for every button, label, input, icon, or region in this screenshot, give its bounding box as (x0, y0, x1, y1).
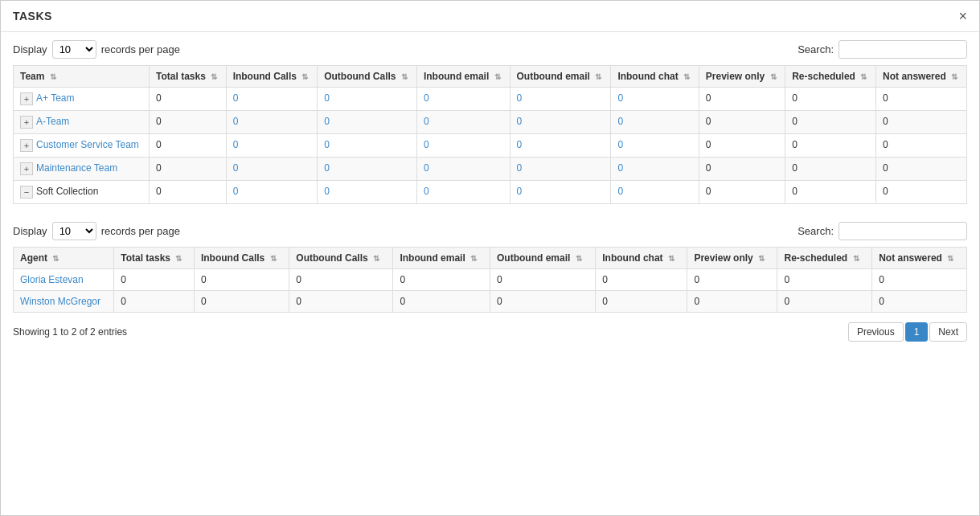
val-link-outbound_calls[interactable]: 0 (324, 92, 330, 104)
val-link-outbound_email[interactable]: 0 (517, 92, 523, 104)
bottom-search-input[interactable] (839, 222, 967, 240)
top-team-cell: +Customer Service Team (14, 134, 150, 158)
expand-icon[interactable]: + (20, 162, 33, 175)
top-cell-inbound_email: 0 (416, 158, 510, 181)
top-cell-preview_only: 0 (699, 158, 785, 181)
val-link-outbound_email[interactable]: 0 (517, 162, 523, 174)
val-link-inbound_calls[interactable]: 0 (233, 116, 239, 127)
previous-button[interactable]: Previous (848, 322, 904, 342)
bottom-cell-inbound_chat: 0 (596, 291, 687, 313)
top-table-row: −Soft Collection000000000 (14, 181, 967, 204)
val-link-inbound_email[interactable]: 0 (424, 162, 429, 174)
bth-outbound-calls[interactable]: Outbound Calls ⇅ (289, 248, 393, 269)
val-link-outbound_calls[interactable]: 0 (324, 116, 330, 127)
sort-icon-not-answered: ⇅ (951, 72, 957, 81)
top-display-select[interactable]: 10 25 50 100 (52, 40, 96, 59)
th-rescheduled[interactable]: Re-scheduled ⇅ (785, 66, 876, 88)
top-table-row: +Maintenance Team000000000 (14, 158, 967, 181)
top-cell-preview_only: 0 (699, 181, 785, 204)
bth-rescheduled[interactable]: Re-scheduled ⇅ (777, 248, 872, 269)
top-cell-total_tasks: 0 (150, 158, 227, 181)
th-not-answered[interactable]: Not answered ⇅ (876, 66, 967, 88)
val-link-outbound_email[interactable]: 0 (517, 139, 523, 150)
val-link-outbound_calls[interactable]: 0 (324, 162, 330, 174)
next-button[interactable]: Next (929, 322, 967, 342)
val-link-inbound_chat[interactable]: 0 (617, 162, 623, 174)
th-outbound-email[interactable]: Outbound email ⇅ (510, 66, 611, 88)
sort-icon-inbound-calls: ⇅ (301, 72, 308, 81)
bottom-controls-right: Search: (798, 222, 967, 240)
team-link[interactable]: Customer Service Team (36, 139, 139, 150)
val-link-outbound_calls[interactable]: 0 (324, 139, 330, 150)
val-link-inbound_chat[interactable]: 0 (617, 186, 623, 197)
th-inbound-chat[interactable]: Inbound chat ⇅ (611, 66, 699, 88)
val-link-inbound_email[interactable]: 0 (424, 116, 429, 127)
team-link[interactable]: Maintenance Team (36, 162, 117, 174)
top-cell-outbound_calls: 0 (318, 158, 417, 181)
bth-total-tasks[interactable]: Total tasks ⇅ (114, 248, 195, 269)
val-link-inbound_chat[interactable]: 0 (617, 116, 623, 127)
top-cell-outbound_calls: 0 (318, 111, 417, 134)
team-link[interactable]: A-Team (36, 116, 69, 127)
top-cell-rescheduled: 0 (785, 111, 876, 134)
top-search-input[interactable] (839, 40, 967, 59)
th-inbound-email[interactable]: Inbound email ⇅ (416, 66, 510, 88)
expand-icon[interactable]: + (20, 92, 33, 105)
th-inbound-calls[interactable]: Inbound Calls ⇅ (226, 66, 318, 88)
bth-inbound-chat[interactable]: Inbound chat ⇅ (596, 248, 687, 269)
tasks-modal: TASKS × Display 10 25 50 100 records per… (0, 0, 980, 516)
top-cell-inbound_chat: 0 (611, 181, 699, 204)
top-section: Display 10 25 50 100 records per page Se… (1, 32, 979, 204)
th-total-tasks[interactable]: Total tasks ⇅ (150, 66, 227, 88)
val-link-outbound_email[interactable]: 0 (517, 116, 523, 127)
top-controls-left: Display 10 25 50 100 records per page (13, 40, 180, 59)
top-cell-outbound_calls: 0 (318, 181, 417, 204)
expand-icon[interactable]: − (20, 186, 33, 199)
top-controls-right: Search: (798, 40, 967, 59)
agent-cell: Winston McGregor (14, 291, 114, 313)
top-table-row: +Customer Service Team000000000 (14, 134, 967, 158)
th-agent[interactable]: Agent ⇅ (14, 248, 114, 269)
agent-link[interactable]: Gloria Estevan (20, 274, 84, 285)
val-link-inbound_calls[interactable]: 0 (233, 162, 239, 174)
bottom-cell-preview_only: 0 (687, 269, 777, 291)
bth-preview-only[interactable]: Preview only ⇅ (687, 248, 777, 269)
bottom-table-row: Winston McGregor000000000 (14, 291, 967, 313)
top-cell-inbound_chat: 0 (611, 134, 699, 158)
bth-not-answered[interactable]: Not answered ⇅ (872, 248, 967, 269)
bth-inbound-email[interactable]: Inbound email ⇅ (393, 248, 490, 269)
bottom-table: Agent ⇅ Total tasks ⇅ Inbound Calls ⇅ Ou… (13, 247, 967, 313)
val-link-inbound_calls[interactable]: 0 (233, 186, 239, 197)
top-cell-not_answered: 0 (876, 158, 967, 181)
close-button[interactable]: × (958, 9, 967, 23)
bth-outbound-email[interactable]: Outbound email ⇅ (490, 248, 596, 269)
top-team-cell: +A+ Team (14, 88, 150, 111)
page-1-button[interactable]: 1 (905, 322, 929, 342)
val-link-outbound_calls[interactable]: 0 (324, 186, 330, 197)
val-link-inbound_email[interactable]: 0 (424, 92, 429, 104)
bottom-display-select[interactable]: 10 25 50 100 (52, 222, 96, 240)
th-outbound-calls[interactable]: Outbound Calls ⇅ (318, 66, 417, 88)
bottom-cell-inbound_email: 0 (393, 291, 490, 313)
val-link-inbound_chat[interactable]: 0 (617, 92, 623, 104)
val-link-outbound_email[interactable]: 0 (517, 186, 523, 197)
agent-link[interactable]: Winston McGregor (20, 296, 100, 307)
bottom-controls-row: Display 10 25 50 100 records per page Se… (13, 222, 967, 240)
val-link-inbound_calls[interactable]: 0 (233, 92, 239, 104)
sort-icon-binbound-chat: ⇅ (668, 254, 675, 263)
val-link-inbound_calls[interactable]: 0 (233, 139, 239, 150)
top-cell-inbound_calls: 0 (226, 158, 318, 181)
expand-icon[interactable]: + (20, 116, 33, 129)
top-cell-outbound_calls: 0 (318, 88, 417, 111)
bottom-table-header-row: Agent ⇅ Total tasks ⇅ Inbound Calls ⇅ Ou… (14, 248, 967, 269)
val-link-inbound_email[interactable]: 0 (424, 139, 429, 150)
val-link-inbound_chat[interactable]: 0 (617, 139, 623, 150)
top-table-body: +A+ Team000000000+A-Team000000000+Custom… (14, 88, 967, 204)
expand-icon[interactable]: + (20, 139, 33, 152)
modal-header: TASKS × (1, 1, 979, 32)
val-link-inbound_email[interactable]: 0 (424, 186, 429, 197)
th-preview-only[interactable]: Preview only ⇅ (699, 66, 785, 88)
team-link[interactable]: A+ Team (36, 92, 74, 104)
th-team[interactable]: Team ⇅ (14, 66, 150, 88)
bth-inbound-calls[interactable]: Inbound Calls ⇅ (194, 248, 289, 269)
